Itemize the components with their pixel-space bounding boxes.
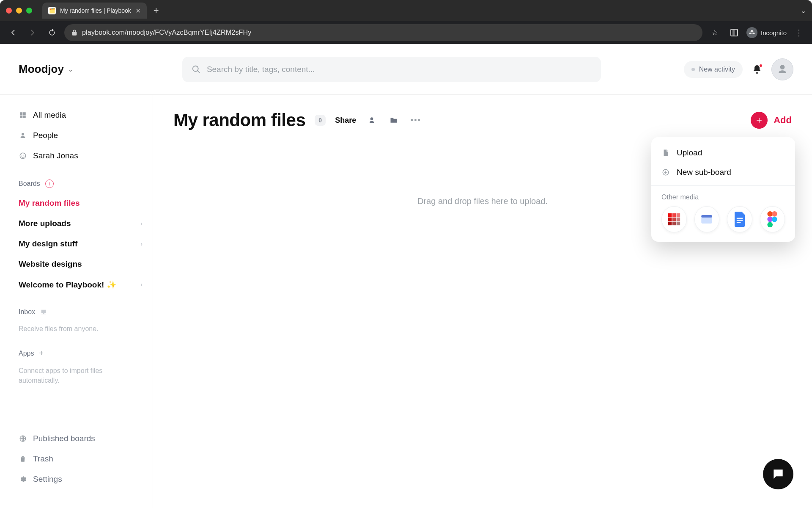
svg-rect-16 (737, 218, 743, 218)
search-field[interactable] (182, 57, 601, 82)
address-bar: playbook.com/moodjoy/FCVyAzcBqmrYEfj4ZRM… (0, 21, 812, 44)
url-field[interactable]: playbook.com/moodjoy/FCVyAzcBqmrYEfj4ZRM… (64, 24, 702, 41)
media-source-website[interactable] (694, 206, 720, 232)
svg-rect-8 (668, 218, 672, 221)
workspace-name: Moodjoy (19, 63, 64, 76)
reload-icon (48, 28, 56, 37)
chevron-down-icon: ⌄ (68, 66, 73, 73)
sidebar-item-all-media[interactable]: All media (19, 107, 143, 124)
notifications-button[interactable] (752, 64, 762, 75)
incognito-indicator[interactable]: Incognito (746, 27, 787, 38)
board-label: My random files (19, 199, 80, 208)
workspace-switcher[interactable]: Moodjoy ⌄ (19, 63, 73, 76)
person-outline-icon (19, 132, 27, 139)
sidebar-label: Settings (33, 475, 62, 484)
sidebar-item-people[interactable]: People (19, 127, 143, 144)
board-item-website-designs[interactable]: Website designs (19, 256, 143, 273)
page-header: My random files 0 Share ••• Add (173, 110, 792, 130)
browser-tab[interactable]: 🗂️ My random files | Playbook ✕ (42, 3, 147, 19)
file-icon (661, 149, 670, 157)
side-panel-button[interactable] (727, 25, 741, 40)
sidebar-item-user[interactable]: Sarah Jonas (19, 147, 143, 164)
share-button[interactable]: Share (335, 116, 356, 125)
forward-button[interactable] (25, 25, 40, 40)
add-menu-upload[interactable]: Upload (651, 143, 795, 163)
add-menu-label: New sub-board (677, 168, 731, 177)
tab-favicon: 🗂️ (48, 7, 56, 14)
sidebar-item-settings[interactable]: Settings (19, 471, 143, 488)
svg-point-22 (772, 217, 777, 222)
members-button[interactable] (365, 114, 378, 127)
chevron-right-icon: › (140, 220, 143, 227)
search-input[interactable] (207, 65, 592, 74)
chat-icon (771, 467, 785, 481)
bookmark-button[interactable]: ☆ (708, 25, 722, 40)
board-label: More uploads (19, 219, 71, 228)
media-source-figma[interactable] (760, 206, 785, 232)
svg-point-1 (22, 155, 22, 156)
maximize-window-button[interactable] (26, 8, 32, 14)
plus-outline-icon (661, 168, 670, 176)
window-icon (700, 212, 714, 226)
sidebar-label: People (33, 131, 58, 140)
activity-label: New activity (699, 66, 735, 73)
window-controls (6, 8, 32, 14)
add-menu-new-sub-board[interactable]: New sub-board (651, 163, 795, 182)
ellipsis-icon: ••• (411, 116, 421, 125)
sidebar-label: All media (33, 110, 66, 120)
board-item-my-design-stuff[interactable]: My design stuff › (19, 235, 143, 252)
chevron-right-icon: › (140, 281, 143, 288)
svg-rect-9 (672, 218, 676, 221)
chevron-right-icon: › (140, 240, 143, 247)
item-count-badge: 0 (315, 115, 326, 126)
sidebar-item-trash[interactable]: Trash (19, 450, 143, 467)
reload-button[interactable] (45, 25, 59, 40)
sidebar-item-published-boards[interactable]: Published boards (19, 430, 143, 447)
arrow-left-icon (9, 28, 17, 37)
svg-point-23 (768, 222, 773, 227)
color-grid-icon (667, 212, 681, 226)
more-button[interactable]: ••• (409, 114, 422, 127)
board-item-more-uploads[interactable]: More uploads › (19, 215, 143, 232)
media-source-google-docs[interactable] (727, 206, 752, 232)
add-app-button[interactable]: + (39, 349, 44, 358)
inbox-icon[interactable] (40, 309, 47, 315)
globe-icon (19, 435, 27, 442)
apps-header: Apps + (19, 349, 143, 358)
other-media-grid (651, 206, 795, 232)
status-dot-icon (691, 68, 695, 71)
close-tab-icon[interactable]: ✕ (135, 7, 141, 15)
close-window-button[interactable] (6, 8, 12, 14)
board-label: My design stuff (19, 239, 77, 248)
svg-rect-15 (702, 215, 713, 218)
media-source-palette[interactable] (661, 206, 687, 232)
board-item-my-random-files[interactable]: My random files (19, 195, 143, 212)
grid-icon (19, 111, 27, 119)
page-title: My random files (173, 110, 305, 130)
board-label: Website designs (19, 260, 82, 269)
menu-separator (651, 185, 795, 186)
add-board-button[interactable]: + (45, 179, 54, 188)
activity-indicator[interactable]: New activity (684, 61, 743, 78)
svg-rect-17 (737, 220, 743, 221)
browser-menu-button[interactable]: ⋮ (792, 25, 806, 40)
svg-rect-5 (668, 213, 672, 217)
app-root: Moodjoy ⌄ New activity (0, 44, 812, 508)
svg-point-20 (772, 211, 777, 217)
add-button[interactable]: Add (751, 112, 792, 129)
minimize-window-button[interactable] (16, 8, 22, 14)
profile-avatar[interactable] (771, 58, 793, 80)
inbox-header: Inbox (19, 308, 143, 316)
lock-icon (71, 29, 78, 36)
board-item-welcome[interactable]: Welcome to Playbook! ✨ › (19, 276, 143, 293)
tabs-overflow-icon[interactable]: ⌄ (801, 7, 806, 15)
chat-fab[interactable] (763, 459, 793, 489)
move-button[interactable] (387, 114, 400, 127)
main-content: My random files 0 Share ••• Add (153, 95, 812, 508)
star-icon: ☆ (711, 28, 718, 37)
dropzone-hint: Drag and drop files here to upload. (417, 196, 548, 206)
svg-rect-7 (676, 213, 680, 217)
new-tab-button[interactable]: + (154, 5, 159, 16)
back-button[interactable] (6, 25, 20, 40)
boards-header: Boards + (19, 179, 143, 188)
